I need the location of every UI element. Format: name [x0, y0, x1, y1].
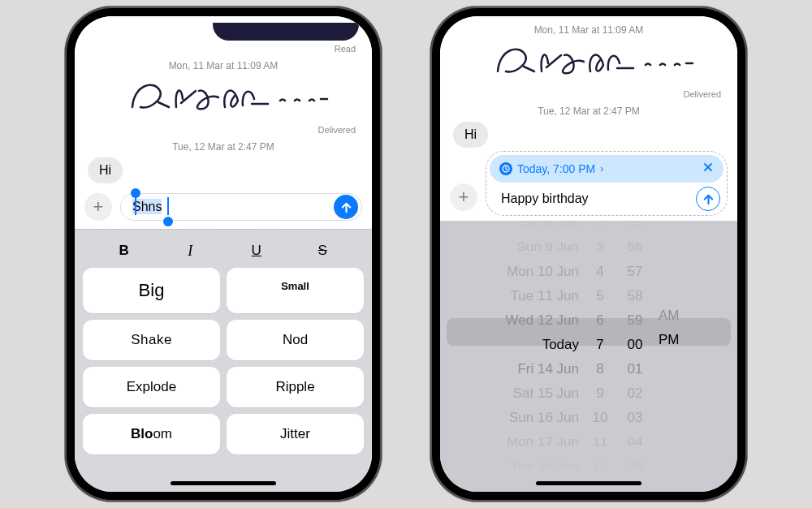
picker-minute-column[interactable]: 5556575859000102030405	[616, 221, 654, 467]
plus-button[interactable]: +	[84, 193, 112, 221]
picker-row[interactable]: Today	[542, 333, 579, 357]
read-status: Read	[88, 44, 359, 54]
picker-row[interactable]: 7	[596, 333, 603, 357]
picker-row[interactable]: 05	[628, 459, 643, 474]
received-bubble-hi: Hi	[88, 157, 123, 183]
conversation-area: Read Mon, 11 Mar at 11:09 AM Delivered T…	[75, 16, 372, 187]
picker-row[interactable]: 2	[596, 221, 603, 230]
picker-row[interactable]: Mon 10 Jun	[507, 260, 579, 284]
format-italic-button[interactable]: I	[174, 243, 206, 260]
schedule-close-button[interactable]	[702, 161, 714, 176]
picker-row[interactable]: Wed 12 Jun	[506, 308, 579, 333]
effect-small-button[interactable]: Small	[227, 268, 364, 313]
handwriting-message	[453, 39, 724, 86]
selection-caret-start	[135, 197, 136, 215]
timestamp-2: Tue, 12 Mar at 2:47 PM	[88, 141, 359, 153]
format-bold-button[interactable]: B	[108, 243, 140, 260]
picker-row[interactable]: Fri 14 Jun	[517, 357, 579, 381]
effect-explode-button[interactable]: Explode	[83, 367, 220, 407]
picker-row[interactable]: 3	[596, 237, 603, 258]
effect-jitter-button[interactable]: Jitter	[227, 414, 364, 454]
picker-date-column[interactable]: Sat 8 JunSun 9 JunMon 10 JunTue 11 JunWe…	[486, 221, 584, 467]
message-input[interactable]: Shns	[120, 193, 362, 221]
timestamp-2: Tue, 12 Mar at 2:47 PM	[453, 105, 724, 117]
home-indicator[interactable]	[536, 481, 641, 485]
plus-button[interactable]: +	[450, 183, 477, 211]
conversation-area: Mon, 11 Mar at 11:09 AM Delivered Tue, 1…	[440, 16, 737, 151]
picker-row[interactable]: 11	[593, 432, 608, 453]
picker-row[interactable]: 59	[628, 308, 643, 333]
format-strikethrough-button[interactable]: S	[306, 243, 339, 260]
picker-row[interactable]: Tue 11 Jun	[511, 284, 579, 308]
selection-handle-start[interactable]	[131, 188, 140, 198]
effect-bloom-button[interactable]: Bloom	[83, 414, 220, 454]
timestamp-1: Mon, 11 Mar at 11:09 AM	[88, 60, 359, 71]
datetime-picker[interactable]: Sat 8 JunSun 9 JunMon 10 JunTue 11 JunWe…	[440, 221, 737, 492]
picker-row[interactable]: 4	[596, 260, 603, 284]
schedule-time-label: Today, 7:00 PM	[517, 162, 595, 175]
picker-row[interactable]: Tue 18 Jun	[511, 459, 579, 474]
picker-row[interactable]: 8	[596, 357, 603, 381]
plus-icon: +	[459, 188, 469, 206]
picker-row[interactable]: Sun 9 Jun	[516, 237, 579, 258]
picker-row[interactable]: 02	[628, 381, 643, 406]
picker-row[interactable]: Sat 8 Jun	[520, 221, 579, 230]
compose-row: + Shns	[75, 187, 372, 229]
arrow-up-icon	[340, 201, 352, 213]
picker-row[interactable]: 03	[628, 406, 643, 430]
picker-ampm-column[interactable]: AMPM	[654, 221, 691, 467]
picker-row[interactable]: 58	[628, 284, 643, 308]
delivered-status: Delivered	[88, 125, 359, 135]
chevron-right-icon: ›	[600, 163, 603, 174]
picker-row[interactable]: 01	[628, 357, 643, 381]
picker-row[interactable]: 56	[628, 237, 643, 258]
clock-icon	[499, 162, 512, 175]
picker-row[interactable]: PM	[659, 328, 680, 352]
close-icon	[702, 161, 714, 173]
effect-big-button[interactable]: Big	[83, 268, 220, 313]
message-input-text: Happy birthday	[501, 192, 589, 205]
selection-caret-end	[167, 197, 169, 215]
picker-row[interactable]: 10	[593, 406, 608, 430]
received-bubble-hi: Hi	[453, 122, 488, 148]
picker-row[interactable]: 12	[593, 459, 608, 474]
previous-sent-bubble	[213, 23, 359, 41]
schedule-time-pill[interactable]: Today, 7:00 PM ›	[490, 155, 723, 183]
picker-row[interactable]: AM	[659, 304, 680, 328]
message-input-text: Shns	[132, 199, 162, 214]
picker-row[interactable]: 00	[628, 333, 643, 357]
picker-row[interactable]: Mon 17 Jun	[507, 432, 579, 453]
effect-shake-button[interactable]: Shake	[83, 320, 220, 360]
plus-icon: +	[93, 198, 104, 216]
arrow-up-icon	[702, 193, 715, 205]
phone-right-device: Mon, 11 Mar at 11:09 AM Delivered Tue, 1…	[430, 6, 747, 502]
picker-row[interactable]: 5	[596, 284, 603, 308]
timestamp-1: Mon, 11 Mar at 11:09 AM	[453, 24, 724, 36]
format-underline-button[interactable]: U	[240, 243, 273, 260]
selection-handle-end[interactable]	[163, 217, 173, 226]
picker-hour-column[interactable]: 23456789101112	[584, 221, 616, 467]
picker-row[interactable]: Sat 15 Jun	[513, 381, 579, 406]
handwriting-message	[88, 75, 359, 122]
delivered-status: Delivered	[453, 89, 724, 99]
text-effects-panel: B I U S Big Small Shake Nod Explode Ripp…	[75, 229, 372, 492]
picker-row[interactable]: Sun 16 Jun	[509, 406, 579, 430]
effect-nod-button[interactable]: Nod	[227, 320, 364, 360]
picker-row[interactable]: 9	[596, 381, 603, 406]
send-button[interactable]	[334, 195, 358, 219]
effect-ripple-button[interactable]: Ripple	[227, 367, 364, 407]
picker-row[interactable]: 6	[596, 308, 603, 333]
picker-row[interactable]: 55	[628, 221, 643, 230]
message-input[interactable]: Happy birthday	[491, 186, 723, 212]
home-indicator[interactable]	[171, 481, 276, 485]
picker-row[interactable]: 57	[628, 260, 643, 284]
scheduled-message-container: Today, 7:00 PM › Happy birthday	[486, 151, 728, 216]
picker-row[interactable]: 04	[628, 432, 643, 453]
send-button[interactable]	[696, 187, 720, 211]
phone-left-device: Read Mon, 11 Mar at 11:09 AM Delivered T…	[65, 6, 382, 502]
